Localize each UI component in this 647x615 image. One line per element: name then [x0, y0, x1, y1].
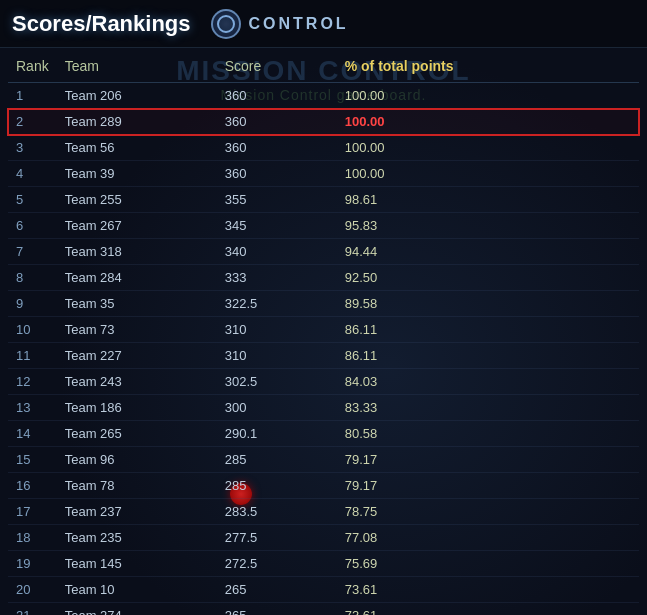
table-row: 5Team 25535598.61: [8, 187, 639, 213]
cell-team: Team 35: [57, 291, 217, 317]
cell-rank: 15: [8, 447, 57, 473]
cell-rank: 10: [8, 317, 57, 343]
cell-score: 310: [217, 317, 337, 343]
cell-pct: 95.83: [337, 213, 639, 239]
cell-rank: 14: [8, 421, 57, 447]
cell-pct: 84.03: [337, 369, 639, 395]
cell-team: Team 318: [57, 239, 217, 265]
col-header-team: Team: [57, 48, 217, 83]
cell-pct: 73.61: [337, 603, 639, 616]
cell-pct: 80.58: [337, 421, 639, 447]
cell-pct: 100.00: [337, 135, 639, 161]
cell-rank: 8: [8, 265, 57, 291]
cell-rank: 17: [8, 499, 57, 525]
cell-rank: 7: [8, 239, 57, 265]
cell-team: Team 284: [57, 265, 217, 291]
cell-team: Team 243: [57, 369, 217, 395]
cell-pct: 78.75: [337, 499, 639, 525]
table-row: 10Team 7331086.11: [8, 317, 639, 343]
cell-score: 355: [217, 187, 337, 213]
cell-rank: 16: [8, 473, 57, 499]
cell-rank: 12: [8, 369, 57, 395]
cell-rank: 20: [8, 577, 57, 603]
table-row: 9Team 35322.589.58: [8, 291, 639, 317]
cell-score: 300: [217, 395, 337, 421]
table-header-row: Rank Team Score % of total points: [8, 48, 639, 83]
cell-rank: 9: [8, 291, 57, 317]
table-row: 7Team 31834094.44: [8, 239, 639, 265]
cell-pct: 75.69: [337, 551, 639, 577]
cell-team: Team 255: [57, 187, 217, 213]
cell-pct: 94.44: [337, 239, 639, 265]
cell-rank: 1: [8, 83, 57, 109]
cell-team: Team 39: [57, 161, 217, 187]
header: Scores/Rankings CONTROL: [0, 0, 647, 48]
cell-pct: 79.17: [337, 447, 639, 473]
cell-rank: 2: [8, 109, 57, 135]
cell-score: 290.1: [217, 421, 337, 447]
cell-rank: 5: [8, 187, 57, 213]
cell-score: 302.5: [217, 369, 337, 395]
cell-team: Team 145: [57, 551, 217, 577]
col-header-rank: Rank: [8, 48, 57, 83]
cell-rank: 19: [8, 551, 57, 577]
cell-score: 272.5: [217, 551, 337, 577]
table-row: 16Team 7828579.17: [8, 473, 639, 499]
cell-rank: 18: [8, 525, 57, 551]
table-row: 14Team 265290.180.58: [8, 421, 639, 447]
logo-icon: [211, 9, 241, 39]
cell-score: 360: [217, 135, 337, 161]
cell-team: Team 265: [57, 421, 217, 447]
table-row: 18Team 235277.577.08: [8, 525, 639, 551]
cell-pct: 79.17: [337, 473, 639, 499]
table-row: 15Team 9628579.17: [8, 447, 639, 473]
cell-score: 285: [217, 473, 337, 499]
cell-pct: 100.00: [337, 83, 639, 109]
cell-score: 360: [217, 109, 337, 135]
cell-team: Team 274: [57, 603, 217, 616]
cell-score: 277.5: [217, 525, 337, 551]
cell-pct: 98.61: [337, 187, 639, 213]
cell-pct: 89.58: [337, 291, 639, 317]
cell-pct: 92.50: [337, 265, 639, 291]
scores-table: Rank Team Score % of total points 1Team …: [8, 48, 639, 615]
col-header-score: Score: [217, 48, 337, 83]
table-row: 1Team 206360100.00: [8, 83, 639, 109]
table-row: 19Team 145272.575.69: [8, 551, 639, 577]
cell-team: Team 56: [57, 135, 217, 161]
page-title: Scores/Rankings: [12, 11, 191, 37]
cell-score: 322.5: [217, 291, 337, 317]
cell-score: 345: [217, 213, 337, 239]
cell-team: Team 289: [57, 109, 217, 135]
table-row: 13Team 18630083.33: [8, 395, 639, 421]
cell-score: 360: [217, 83, 337, 109]
table-row: 11Team 22731086.11: [8, 343, 639, 369]
table-row: 6Team 26734595.83: [8, 213, 639, 239]
table-row: 4Team 39360100.00: [8, 161, 639, 187]
cell-team: Team 227: [57, 343, 217, 369]
cell-team: Team 235: [57, 525, 217, 551]
cell-score: 265: [217, 603, 337, 616]
cell-rank: 3: [8, 135, 57, 161]
col-header-pct: % of total points: [337, 48, 639, 83]
cell-rank: 4: [8, 161, 57, 187]
cell-team: Team 96: [57, 447, 217, 473]
cell-score: 265: [217, 577, 337, 603]
table-row: 21Team 27426573.61: [8, 603, 639, 616]
cell-pct: 100.00: [337, 161, 639, 187]
cell-rank: 6: [8, 213, 57, 239]
header-logo: CONTROL: [211, 9, 349, 39]
table-row: 17Team 237283.578.75: [8, 499, 639, 525]
cell-score: 333: [217, 265, 337, 291]
cell-score: 285: [217, 447, 337, 473]
cell-pct: 83.33: [337, 395, 639, 421]
cell-team: Team 186: [57, 395, 217, 421]
cell-rank: 21: [8, 603, 57, 616]
cell-pct: 77.08: [337, 525, 639, 551]
scores-table-container[interactable]: Rank Team Score % of total points 1Team …: [0, 48, 647, 615]
cell-team: Team 73: [57, 317, 217, 343]
table-row: 20Team 1026573.61: [8, 577, 639, 603]
cell-score: 340: [217, 239, 337, 265]
table-row: 8Team 28433392.50: [8, 265, 639, 291]
cell-team: Team 10: [57, 577, 217, 603]
